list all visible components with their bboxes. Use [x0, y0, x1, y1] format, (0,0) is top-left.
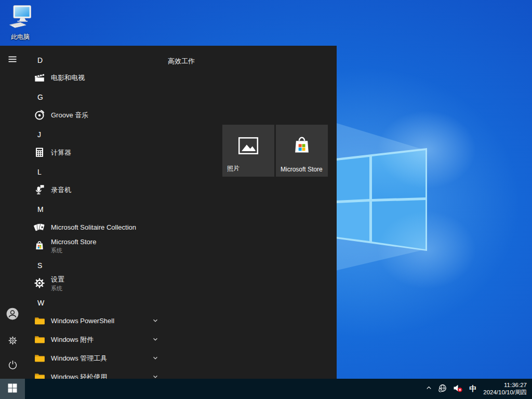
- volume-muted-icon: [453, 383, 463, 395]
- folder-icon: [33, 314, 46, 327]
- power-button[interactable]: [6, 360, 19, 372]
- chevron-down-icon[interactable]: [152, 354, 159, 362]
- app-item-movies-tv[interactable]: 电影和电视: [25, 69, 163, 86]
- globe-offline-icon: [438, 383, 447, 395]
- gear-icon: [7, 335, 18, 348]
- app-item-voice-recorder[interactable]: 录音机: [25, 181, 163, 198]
- letter-header-j[interactable]: J: [25, 130, 41, 139]
- settings-button[interactable]: [6, 335, 19, 348]
- app-label: Windows 附件: [51, 336, 94, 343]
- app-label: 设置: [51, 275, 64, 283]
- taskbar: 中 11:36:27 2024/10/10/周四: [0, 379, 532, 399]
- power-icon: [7, 360, 18, 373]
- start-menu-rail: [0, 46, 25, 379]
- app-subtitle: 系统: [51, 285, 64, 292]
- app-label: Microsoft Store: [51, 238, 96, 246]
- folder-icon: [33, 370, 46, 379]
- windows-logo-pane-bl: [337, 202, 369, 241]
- app-label: Microsoft Solitaire Collection: [51, 223, 136, 231]
- letter-header-m[interactable]: M: [25, 205, 44, 214]
- start-menu: D 电影和电视 G: [0, 46, 337, 379]
- movies-tv-icon: [33, 71, 46, 84]
- tile-label: 照片: [227, 164, 240, 173]
- app-item-solitaire[interactable]: Microsoft Solitaire Collection: [25, 218, 163, 236]
- app-subtitle: 系统: [51, 247, 96, 255]
- app-label: Windows PowerShell: [51, 317, 114, 325]
- calculator-icon: [33, 146, 46, 158]
- desktop-icon-label: 此电脑: [3, 33, 37, 42]
- windows-logo-pane-tl: [337, 157, 369, 201]
- app-list: D 电影和电视 G: [25, 46, 163, 379]
- app-label: Windows 管理工具: [51, 354, 107, 362]
- app-label: 计算器: [51, 149, 71, 156]
- chevron-down-icon[interactable]: [152, 373, 159, 379]
- chevron-down-icon[interactable]: [152, 336, 159, 343]
- letter-header-s[interactable]: S: [25, 261, 42, 270]
- folder-item-windows-ease-of-access[interactable]: Windows 轻松使用: [25, 368, 163, 379]
- tray-overflow-button[interactable]: [422, 379, 435, 399]
- start-button[interactable]: [0, 379, 25, 399]
- folder-item-windows-admin-tools[interactable]: Windows 管理工具: [25, 349, 163, 367]
- app-label: Windows 轻松使用: [51, 373, 107, 379]
- tile-label: Microsoft Store: [281, 166, 323, 173]
- app-item-groove-music[interactable]: Groove 音乐: [25, 106, 163, 124]
- letter-header-w[interactable]: W: [25, 299, 44, 307]
- user-account-button[interactable]: [6, 309, 19, 321]
- store-icon: [33, 240, 46, 252]
- tile-group-title: 高效工作: [168, 57, 195, 66]
- solitaire-icon: [33, 221, 46, 233]
- photos-icon: [236, 134, 260, 159]
- app-label: 录音机: [51, 186, 71, 194]
- windows-logo-icon: [8, 383, 17, 395]
- app-item-microsoft-store[interactable]: Microsoft Store 系统: [25, 236, 163, 256]
- folder-icon: [33, 333, 46, 345]
- user-icon: [6, 307, 19, 323]
- expand-menu-button[interactable]: [6, 54, 19, 66]
- tile-microsoft-store[interactable]: Microsoft Store: [276, 125, 328, 177]
- system-tray: 中 11:36:27 2024/10/10/周四: [422, 379, 532, 399]
- gear-icon: [33, 277, 46, 289]
- desktop-icon-this-pc[interactable]: 此电脑: [3, 3, 37, 42]
- app-label: Groove 音乐: [51, 111, 88, 119]
- voice-recorder-icon: [33, 183, 46, 196]
- letter-header-g[interactable]: G: [25, 93, 43, 101]
- volume-button[interactable]: [450, 379, 466, 399]
- ime-indicator[interactable]: 中: [466, 384, 480, 394]
- folder-item-windows-accessories[interactable]: Windows 附件: [25, 330, 163, 348]
- app-item-calculator[interactable]: 计算器: [25, 143, 163, 161]
- chevron-down-icon[interactable]: [152, 317, 159, 324]
- groove-music-icon: [33, 109, 46, 121]
- network-status-button[interactable]: [435, 379, 450, 399]
- clock-time: 11:36:27: [483, 382, 527, 389]
- app-item-settings[interactable]: 设置 系统: [25, 273, 163, 293]
- letter-header-l[interactable]: L: [25, 168, 42, 176]
- chevron-up-icon: [425, 384, 433, 394]
- app-label: 电影和电视: [51, 74, 85, 82]
- this-pc-icon: [7, 23, 34, 32]
- folder-item-windows-powershell[interactable]: Windows PowerShell: [25, 312, 163, 329]
- letter-header-d[interactable]: D: [25, 56, 43, 64]
- clock-date: 2024/10/10/周四: [483, 389, 527, 396]
- hamburger-icon: [7, 54, 18, 66]
- taskbar-clock[interactable]: 11:36:27 2024/10/10/周四: [480, 382, 527, 396]
- store-icon: [290, 134, 314, 159]
- folder-icon: [33, 352, 46, 364]
- tile-photos[interactable]: 照片: [222, 125, 274, 177]
